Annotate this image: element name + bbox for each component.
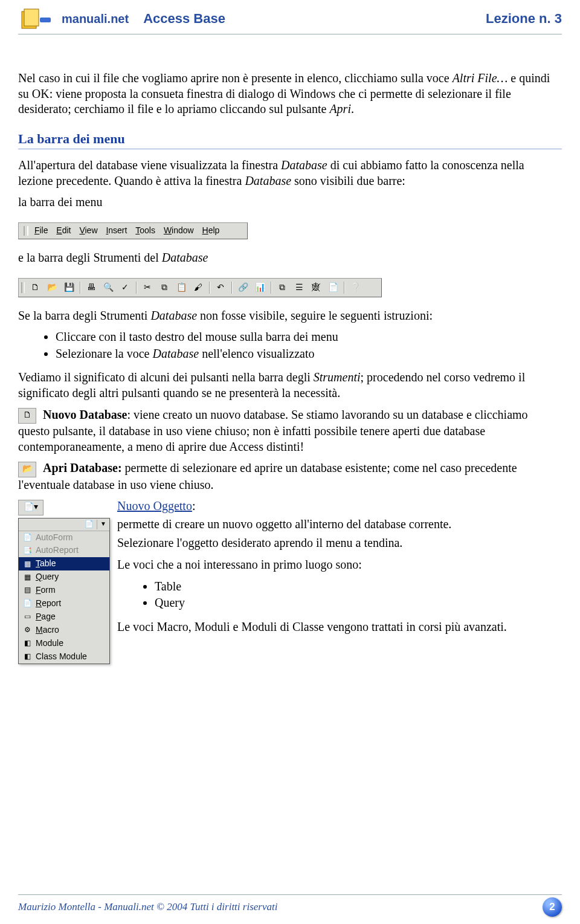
significato-para: Vediamo il significato di alcuni dei pul…	[18, 370, 562, 401]
nuovo-ogg-footer: Le voci Macro, Moduli e Moduli di Classe…	[117, 619, 562, 635]
analyze-icon[interactable]: 📊	[252, 280, 268, 295]
format-painter-icon[interactable]: 🖌	[190, 280, 206, 295]
cut-icon[interactable]: ✂	[140, 280, 155, 295]
dropdown-item-label: Page	[36, 612, 56, 622]
strumenti-label: Strumenti	[314, 370, 361, 384]
autoreport-icon: 📑	[22, 546, 32, 555]
apri-database-title: Apri Database:	[43, 461, 122, 474]
database-label: Database	[245, 174, 291, 187]
dropdown-item-report[interactable]: 📄Report	[19, 597, 109, 610]
office-links-icon[interactable]: 🔗	[235, 280, 251, 295]
text: non fosse visibile, seguire le seguenti …	[197, 309, 433, 322]
text: Se la barra degli Strumenti	[18, 309, 150, 322]
dropdown-item-autoreport: 📑AutoReport	[19, 544, 109, 557]
page-icon: ▭	[22, 613, 32, 621]
dropdown-item-module[interactable]: ◧Module	[19, 637, 109, 650]
list-item: Table	[155, 579, 562, 595]
new-icon[interactable]: 🗋	[18, 408, 36, 424]
nuovo-ogg-line1: permette di creare un nuovo oggetto all'…	[117, 517, 562, 532]
toolbar-grip-icon	[24, 226, 28, 236]
menu-view[interactable]: View	[79, 225, 97, 236]
dropdown-item-form[interactable]: ▤Form	[19, 584, 109, 597]
dropdown-item-page[interactable]: ▭Page	[19, 610, 109, 624]
dropdown-item-label: Module	[36, 638, 63, 649]
dropdown-item-label: Table	[36, 558, 56, 569]
section-heading-menu: La barra dei menu	[18, 131, 562, 149]
class-module-icon: ◧	[22, 653, 32, 661]
dropdown-item-label: AutoForm	[36, 532, 72, 543]
undo-icon[interactable]: ↶	[213, 280, 228, 295]
dropdown-item-class-module[interactable]: ◧Class Module	[19, 650, 109, 664]
apri-database-para: 📂 Apri Database: permette di selezionare…	[18, 460, 562, 493]
nuovo-oggetto-title: Nuovo Oggetto	[117, 499, 192, 512]
database-label: Database	[150, 309, 197, 322]
print-preview-icon[interactable]: 🔍	[100, 280, 116, 295]
newobject-icon[interactable]: 📄	[325, 280, 341, 295]
dropdown-item-label: Form	[36, 585, 56, 596]
text: :	[192, 499, 196, 512]
toolbar-screenshot: 🗋📂💾🖶🔍✓✂⧉📋🖌↶🔗📊⧉☰🕸📄❔	[18, 278, 382, 297]
database-label: Database	[281, 158, 327, 172]
relationships-icon[interactable]: 🕸	[308, 280, 324, 295]
menubar-screenshot: File Edit View Insert Tools Window Help	[18, 222, 248, 239]
nuovo-oggetto-block: 📄▾ 📄 ▼ 📄AutoForm📑AutoReport▦Table▦Query▤…	[18, 499, 562, 664]
page-number-badge: 2	[543, 897, 562, 917]
footer-copyright: Maurizio Montella - Manuali.net © 2004 T…	[18, 901, 277, 913]
separator	[136, 282, 137, 294]
report-icon: 📄	[22, 599, 32, 608]
dropdown-item-table[interactable]: ▦Table	[19, 557, 109, 570]
help-icon[interactable]: ❔	[347, 280, 363, 295]
list-item: Query	[155, 595, 562, 611]
document-body: Nel caso in cui il file che vogliamo apr…	[18, 71, 562, 664]
newobject-icon[interactable]: 📄	[83, 520, 94, 529]
nuovo-ogg-line3: Le voci che a noi interessano in primo l…	[117, 557, 562, 573]
menu-help[interactable]: Help	[202, 225, 220, 236]
copy-icon[interactable]: ⧉	[156, 280, 172, 295]
table-icon: ▦	[22, 560, 32, 568]
spell-icon[interactable]: ✓	[117, 280, 133, 295]
barra-menu-line: la barra dei menu	[18, 195, 562, 210]
text: .	[351, 102, 354, 115]
dropdown-header: 📄 ▼	[19, 519, 109, 531]
strumenti-non-visibile-para: Se la barra degli Strumenti Database non…	[18, 308, 562, 324]
text: Selezionare la voce	[56, 347, 152, 360]
newobject-splitbutton[interactable]: 📄▾	[18, 500, 44, 515]
menu-edit[interactable]: Edit	[56, 225, 71, 236]
menu-paragraph: All'apertura del database viene visualiz…	[18, 158, 562, 189]
svg-rect-1	[24, 9, 39, 26]
logo-icon	[18, 6, 54, 31]
chevron-down-icon[interactable]: ▼	[97, 520, 107, 529]
list-item: Cliccare con il tasto destro del mouse s…	[56, 329, 562, 345]
new-icon[interactable]: 🗋	[27, 280, 43, 295]
module-icon: ◧	[22, 639, 32, 648]
menu-file[interactable]: File	[34, 225, 48, 236]
dropdown-item-label: Report	[36, 598, 61, 609]
menu-insert[interactable]: Insert	[106, 225, 127, 236]
dropdown-item-label: Macro	[36, 625, 59, 636]
open-icon[interactable]: 📂	[18, 462, 36, 477]
apri-label: Apri	[329, 102, 351, 115]
nuovo-database-title: Nuovo Database	[43, 408, 127, 421]
dropdown-item-label: Query	[36, 572, 59, 583]
save-icon[interactable]: 💾	[61, 280, 77, 295]
text: All'apertura del database viene visualiz…	[18, 158, 281, 172]
altri-file-label: Altri File…	[453, 71, 508, 85]
dropdown-item-autoform: 📄AutoForm	[19, 531, 109, 544]
lesson-number: Lezione n. 3	[486, 11, 562, 27]
dropdown-item-macro[interactable]: ⚙Macro	[19, 624, 109, 637]
svg-rect-2	[40, 18, 51, 22]
menu-window[interactable]: Window	[164, 225, 194, 236]
paste-icon[interactable]: 📋	[173, 280, 189, 295]
autoform-icon: 📄	[22, 533, 32, 541]
properties-icon[interactable]: ☰	[291, 280, 307, 295]
menu-tools[interactable]: Tools	[135, 225, 155, 236]
open-icon[interactable]: 📂	[44, 280, 60, 295]
code-icon[interactable]: ⧉	[274, 280, 290, 295]
print-icon[interactable]: 🖶	[83, 280, 99, 295]
dropdown-item-query[interactable]: ▦Query	[19, 570, 109, 584]
database-label: Database	[162, 251, 208, 264]
separator	[271, 282, 271, 294]
text: e la barra degli Strumenti del	[18, 251, 162, 264]
brand-text: manuali.net	[62, 12, 129, 26]
list-item: Selezionare la voce Database nell'elenco…	[56, 346, 562, 362]
